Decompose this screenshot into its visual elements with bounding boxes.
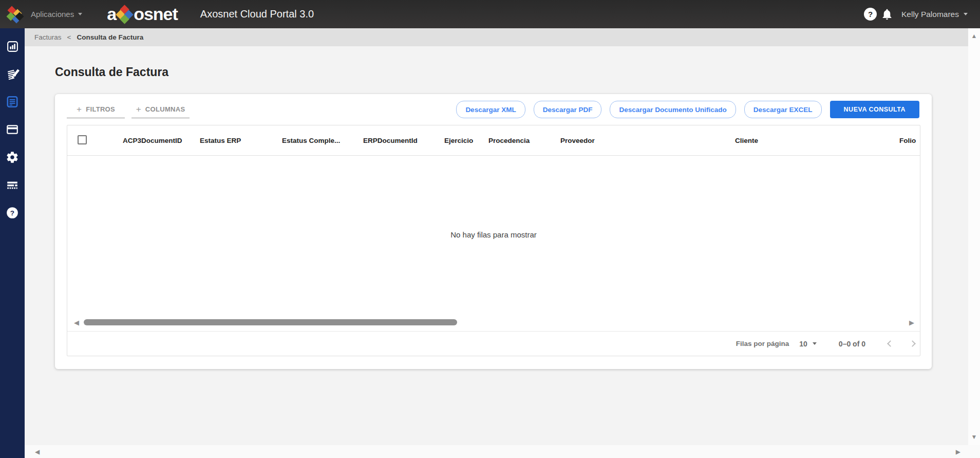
select-all-checkbox[interactable] <box>78 135 87 144</box>
new-query-button[interactable]: NUEVA CONSULTA <box>830 101 919 118</box>
gear-icon <box>6 151 19 164</box>
table-header-row: ACP3DocumentID Estatus ERP Estatus Compl… <box>67 125 920 156</box>
scroll-down-arrow-icon[interactable]: ▼ <box>971 434 977 440</box>
help-circle-icon: ? <box>6 206 19 219</box>
caret-down-icon <box>78 13 82 15</box>
sidebar-item-capture[interactable] <box>5 67 20 81</box>
toolbar-buttons: Descargar XML Descargar PDF Descargar Do… <box>456 101 919 118</box>
empty-rows-message: No hay filas para mostrar <box>450 230 537 239</box>
sidebar-item-settings[interactable] <box>5 151 20 164</box>
bar-chart-icon <box>6 40 19 53</box>
scroll-left-arrow-icon[interactable]: ◀ <box>35 448 40 455</box>
user-menu[interactable]: Kelly Palomares <box>901 10 968 19</box>
next-page-icon[interactable] <box>909 340 916 347</box>
column-header-ejercicio[interactable]: Ejercicio <box>436 137 480 144</box>
table-body-empty: No hay filas para mostrar <box>67 156 920 314</box>
toolbar: + FILTROS + COLUMNAS Descargar XML Desca… <box>67 101 919 118</box>
vertical-scrollbar[interactable]: ▲ ▼ <box>968 28 980 445</box>
notepad-pen-icon <box>6 67 20 81</box>
download-unified-document-button[interactable]: Descargar Documento Unificado <box>610 101 736 118</box>
results-table: ACP3DocumentID Estatus ERP Estatus Compl… <box>67 125 920 356</box>
filters-expander[interactable]: + FILTROS <box>67 101 125 118</box>
caret-down-icon <box>964 13 968 15</box>
scroll-right-arrow-icon[interactable]: ▶ <box>956 448 960 455</box>
brand-diamond-x-icon <box>117 6 133 23</box>
credit-card-icon <box>6 123 19 136</box>
page-title: Consulta de Factura <box>55 65 168 79</box>
table-scrollbar-track[interactable] <box>84 319 904 325</box>
table-scroll-left-arrow-icon[interactable]: ◀ <box>74 319 79 326</box>
sidebar-item-invoices-active[interactable] <box>5 95 20 108</box>
breadcrumb: Facturas < Consulta de Factura <box>25 28 968 46</box>
applications-menu[interactable]: Aplicaciones <box>31 10 82 19</box>
invoice-query-card: + FILTROS + COLUMNAS Descargar XML Desca… <box>55 94 932 369</box>
notifications-bell-icon[interactable] <box>881 8 893 21</box>
scroll-up-arrow-icon[interactable]: ▲ <box>971 33 977 39</box>
columns-expander[interactable]: + COLUMNAS <box>131 101 190 118</box>
applications-menu-label: Aplicaciones <box>31 10 74 19</box>
table-scrollbar-thumb[interactable] <box>84 319 457 325</box>
svg-text:?: ? <box>10 209 14 217</box>
portal-title: Axosnet Cloud Portal 3.0 <box>200 8 314 20</box>
document-icon <box>6 95 19 108</box>
main-content: Consulta de Factura + FILTROS + COLUMNAS… <box>25 46 968 445</box>
rows-per-page-select[interactable]: 10 <box>799 340 817 348</box>
select-all-cell <box>67 135 115 146</box>
column-header-proveedor[interactable]: Proveedor <box>552 137 727 144</box>
pagination-bar: Filas por página 10 0–0 of 0 <box>67 332 920 356</box>
plus-icon: + <box>136 104 141 115</box>
brand-suffix: osnet <box>134 4 178 24</box>
column-header-erpdocumentid[interactable]: ERPDocumentId <box>355 137 436 144</box>
horizontal-scrollbar[interactable]: ◀ ▶ <box>25 445 980 458</box>
table-scroll-right-arrow-icon[interactable]: ▶ <box>909 319 914 326</box>
axosnet-app-logo-icon <box>7 7 22 22</box>
column-header-estatus-complemento[interactable]: Estatus Comple... <box>274 137 355 144</box>
column-header-folio[interactable]: Folio <box>891 137 920 144</box>
download-xml-button[interactable]: Descargar XML <box>456 101 525 118</box>
column-header-acp3documentid[interactable]: ACP3DocumentID <box>115 137 192 144</box>
breadcrumb-current: Consulta de Factura <box>77 33 143 41</box>
breadcrumb-separator: < <box>67 33 71 41</box>
column-header-cliente[interactable]: Cliente <box>727 137 891 144</box>
download-excel-button[interactable]: Descargar EXCEL <box>744 101 822 118</box>
breadcrumb-parent[interactable]: Facturas <box>34 33 62 41</box>
help-icon[interactable]: ? <box>864 8 877 21</box>
rows-per-page-label: Filas por página <box>736 340 789 347</box>
filters-label: FILTROS <box>86 105 115 113</box>
sidebar-item-payments[interactable] <box>5 123 20 136</box>
previous-page-icon[interactable] <box>887 340 894 347</box>
sidebar-item-help[interactable]: ? <box>5 206 20 219</box>
pagination-range: 0–0 of 0 <box>839 340 865 348</box>
table-rows-icon <box>6 178 19 192</box>
table-horizontal-scrollbar: ◀ ▶ <box>67 314 920 332</box>
download-pdf-button[interactable]: Descargar PDF <box>534 101 602 118</box>
rows-per-page-value: 10 <box>799 340 807 348</box>
column-header-estatus-erp[interactable]: Estatus ERP <box>192 137 274 144</box>
caret-down-icon <box>813 342 817 345</box>
column-header-procedencia[interactable]: Procedencia <box>480 137 552 144</box>
plus-icon: + <box>77 104 82 115</box>
user-name: Kelly Palomares <box>901 10 959 19</box>
axosnet-brand-logo[interactable]: a osnet <box>107 4 178 24</box>
columns-label: COLUMNAS <box>145 105 185 113</box>
sidebar-item-records[interactable] <box>5 178 20 192</box>
left-sidebar: ? <box>0 28 25 458</box>
sidebar-item-analytics[interactable] <box>5 40 20 53</box>
brand-prefix: a <box>107 4 116 24</box>
top-navbar: Aplicaciones a osnet Axosnet Cloud Porta… <box>0 0 980 28</box>
